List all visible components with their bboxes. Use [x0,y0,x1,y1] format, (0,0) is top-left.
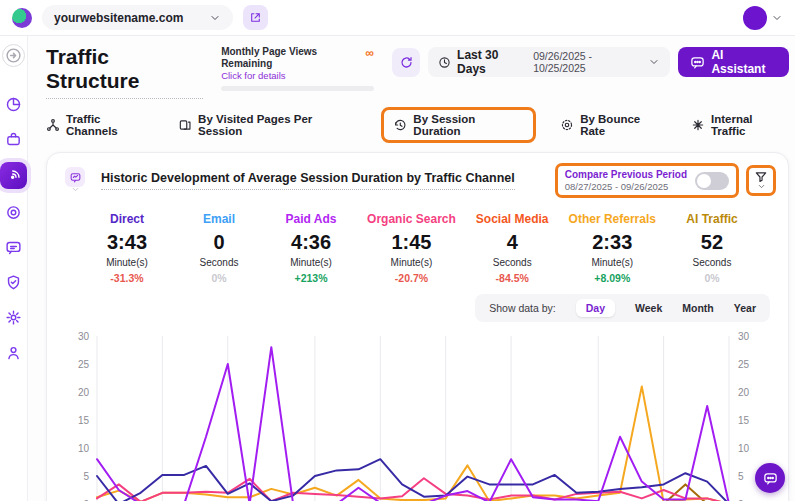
metric-social-media[interactable]: Social Media4Seconds-84.5% [476,212,549,284]
website-selector[interactable]: yourwebsitename.com [42,5,233,30]
ai-assistant-label: AI Assistant [711,48,777,76]
sidebar-item-gear[interactable] [2,305,26,329]
sidebar-item-target[interactable] [2,200,26,224]
session-duration-chart[interactable]: 00551010151520202525303009/26/202509/29/… [47,322,788,501]
svg-text:30: 30 [78,331,90,342]
tab-internal-traffic[interactable]: Internal Traffic [691,108,789,142]
metric-channel: Direct [91,212,163,226]
metric-channel: Paid Ads [275,212,347,226]
page-views-progress-bar [221,86,374,91]
refresh-button[interactable] [392,48,420,77]
metric-paid-ads[interactable]: Paid Ads4:36Minute(s)+213% [275,212,347,284]
refresh-icon [399,55,414,70]
sidebar-nav [0,36,28,501]
chevron-down-icon[interactable] [771,12,783,24]
metric-direct[interactable]: Direct3:43Minute(s)-31.3% [91,212,163,284]
show-data-by-year[interactable]: Year [734,302,756,314]
date-range-selector[interactable]: Last 30 Days 09/26/2025 - 10/25/2025 [428,47,670,77]
show-data-by-day[interactable]: Day [576,299,615,317]
chevron-down-icon [209,12,221,24]
svg-text:5: 5 [738,471,744,482]
metric-value: 52 [676,231,748,254]
svg-text:25: 25 [78,359,90,370]
tab-by-bounce-rate[interactable]: By Bounce Rate [560,108,667,142]
metric-delta: +213% [275,272,347,284]
metric-organic-search[interactable]: Organic Search1:45Minute(s)-20.7% [367,212,456,284]
app-root: yourwebsitename.com Traffic Structure Mo… [0,0,795,501]
traffic-tabs: Traffic ChannelsBy Visited Pages Per Ses… [28,99,795,149]
traffic-radar-icon [6,168,22,184]
network-icon [46,118,60,132]
show-data-by-switcher: Show data by: DayWeekMonthYear [475,294,770,322]
tab-label: By Bounce Rate [580,113,667,137]
sidebar-item-chat[interactable] [2,235,26,259]
svg-text:15: 15 [78,415,90,426]
chat-icon [690,55,705,70]
sidebar-item-traffic-radar[interactable] [0,162,27,189]
chart-widget-icon [69,171,82,184]
session-duration-card: Historic Development of Average Session … [46,152,789,501]
page-header: Traffic Structure Monthly Page Views Rem… [28,36,795,99]
chevron-down-icon [71,185,80,194]
page-title: Traffic Structure [46,45,203,99]
metric-other-referrals[interactable]: Other Referrals2:33Minute(s)+8.09% [569,212,656,284]
ai-assistant-button[interactable]: AI Assistant [678,47,789,77]
metric-delta: 0% [676,272,748,284]
open-website-button[interactable] [243,5,268,30]
user-avatar[interactable] [743,6,767,30]
tab-by-session-duration[interactable]: By Session Duration [381,107,536,143]
metric-channel: Organic Search [367,212,456,226]
chevron-down-icon [648,56,660,68]
page-views-label: Monthly Page Views Remaining [221,46,365,70]
show-data-by-week[interactable]: Week [635,302,662,314]
tab-label: Internal Traffic [711,113,789,137]
history-clock-icon [393,118,407,132]
channel-metrics-row: Direct3:43Minute(s)-31.3%Email0Seconds0%… [47,204,788,286]
filter-button[interactable] [746,165,776,196]
sidebar-item-briefcase[interactable] [2,127,26,151]
tab-traffic-channels[interactable]: Traffic Channels [46,108,154,142]
support-chat-button[interactable] [755,463,785,493]
target-icon [5,204,22,221]
shield-check-icon [5,274,22,291]
date-preset: Last 30 Days [457,48,527,76]
gear-icon [5,309,22,326]
compare-toggle[interactable] [695,172,729,190]
card-type-selector[interactable] [63,167,87,194]
external-link-icon [249,11,262,24]
sidebar-item-pie-chart[interactable] [2,92,26,116]
sidebar-item-collapse-arrow[interactable] [2,44,25,67]
svg-text:15: 15 [738,415,750,426]
metric-email[interactable]: Email0Seconds0% [183,212,255,284]
sidebar-item-shield-check[interactable] [2,270,26,294]
metric-ai-traffic[interactable]: AI Traffic52Seconds0% [676,212,748,284]
pie-chart-icon [5,96,22,113]
user-location-icon [5,344,22,361]
page-views-remaining: Monthly Page Views Remaining Click for d… [221,46,374,91]
sidebar-item-user-location[interactable] [2,340,26,364]
logo-icon [12,8,32,28]
svg-text:20: 20 [78,387,90,398]
svg-text:20: 20 [738,387,750,398]
metric-delta: -31.3% [91,272,163,284]
top-bar: yourwebsitename.com [0,0,795,36]
pages-icon [178,118,192,132]
click-for-details-link[interactable]: Click for details [221,70,365,81]
metric-value: 4 [476,231,549,254]
metric-unit: Seconds [183,257,255,268]
asterisk-icon [691,118,705,132]
metric-value: 3:43 [91,231,163,254]
briefcase-icon [5,131,22,148]
metric-unit: Minute(s) [367,257,456,268]
tab-label: Traffic Channels [66,113,154,137]
metric-channel: AI Traffic [676,212,748,226]
metric-unit: Seconds [676,257,748,268]
chat-icon [5,239,22,256]
show-data-by-month[interactable]: Month [682,302,714,314]
compare-previous-period-box: Compare Previous Period 08/27/2025 - 09/… [555,163,739,198]
tab-by-visited-pages-per-session[interactable]: By Visited Pages Per Session [178,108,357,142]
compare-label: Compare Previous Period [565,169,687,180]
metric-channel: Other Referrals [569,212,656,226]
collapse-arrow-icon [5,47,22,64]
svg-text:25: 25 [738,359,750,370]
